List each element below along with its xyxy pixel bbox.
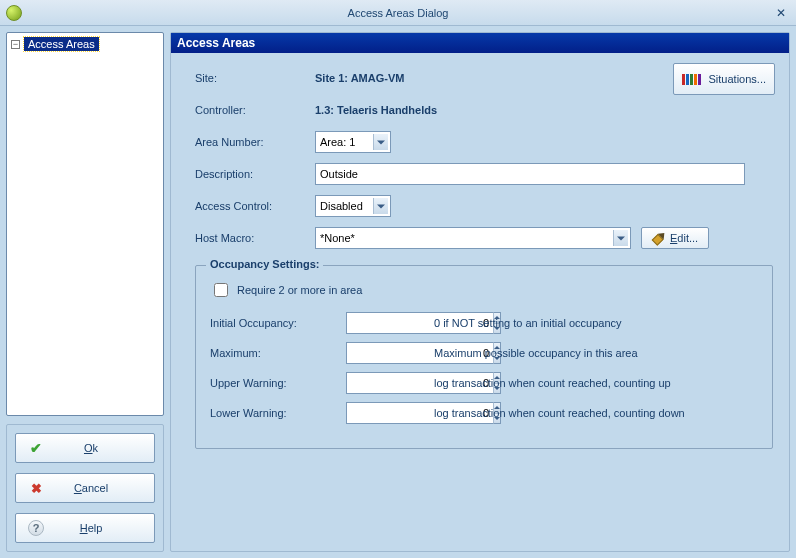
pencil-icon	[650, 230, 667, 247]
occupancy-row-desc: Maximum possible occupancy in this area	[434, 347, 638, 359]
situations-button-label: Situations...	[709, 73, 766, 85]
edit-button-label: Edit...	[670, 232, 698, 244]
title-bar: Access Areas Dialog ✕	[0, 0, 796, 26]
section-header: Access Areas	[171, 33, 789, 53]
tree-item-access-areas[interactable]: − Access Areas	[11, 37, 159, 51]
occupancy-row-desc: 0 if NOT setting to an initial occupancy	[434, 317, 622, 329]
occupancy-row-desc: log transaction when count reached, coun…	[434, 407, 685, 419]
form-area: Situations... Site: Site 1: AMAG-VM Cont…	[171, 53, 789, 465]
host-macro-value: *None*	[320, 232, 355, 244]
tree-panel: − Access Areas	[6, 32, 164, 416]
require-2-label: Require 2 or more in area	[237, 284, 362, 296]
situations-button[interactable]: Situations...	[673, 63, 775, 95]
app-icon	[6, 5, 22, 21]
tree-collapse-icon[interactable]: −	[11, 40, 20, 49]
occupancy-legend: Occupancy Settings:	[206, 258, 323, 270]
host-macro-label: Host Macro:	[195, 232, 315, 244]
occupancy-row-label: Maximum:	[210, 347, 346, 359]
cancel-button[interactable]: Cancel	[15, 473, 155, 503]
occupancy-row-desc: log transaction when count reached, coun…	[434, 377, 671, 389]
chevron-down-icon	[377, 204, 385, 208]
occupancy-row: Lower Warning:log transaction when count…	[210, 402, 758, 424]
controller-label: Controller:	[195, 104, 315, 116]
occupancy-spinner[interactable]	[346, 372, 414, 394]
controller-value: 1.3: Telaeris Handhelds	[315, 104, 437, 116]
area-number-label: Area Number:	[195, 136, 315, 148]
occupancy-row-label: Lower Warning:	[210, 407, 346, 419]
occupancy-row-label: Initial Occupancy:	[210, 317, 346, 329]
occupancy-spinner[interactable]	[346, 402, 414, 424]
occupancy-row: Initial Occupancy:0 if NOT setting to an…	[210, 312, 758, 334]
description-input[interactable]	[315, 163, 745, 185]
require-2-checkbox[interactable]	[214, 283, 228, 297]
access-control-value: Disabled	[320, 200, 363, 212]
cancel-button-label: Cancel	[40, 482, 142, 494]
access-control-select[interactable]: Disabled	[315, 195, 391, 217]
occupancy-fieldset: Occupancy Settings: Require 2 or more in…	[195, 265, 773, 449]
occupancy-spinner[interactable]	[346, 312, 414, 334]
edit-button[interactable]: Edit...	[641, 227, 709, 249]
area-number-select[interactable]: Area: 1	[315, 131, 391, 153]
help-button[interactable]: Help	[15, 513, 155, 543]
window-title: Access Areas Dialog	[0, 7, 796, 19]
occupancy-row-label: Upper Warning:	[210, 377, 346, 389]
chevron-down-icon	[377, 140, 385, 144]
situations-icon	[682, 74, 701, 85]
ok-button-label: Ok	[40, 442, 142, 454]
area-number-value: Area: 1	[320, 136, 355, 148]
ok-button[interactable]: Ok	[15, 433, 155, 463]
description-label: Description:	[195, 168, 315, 180]
access-control-label: Access Control:	[195, 200, 315, 212]
help-button-label: Help	[40, 522, 142, 534]
chevron-down-icon	[617, 236, 625, 240]
host-macro-select[interactable]: *None*	[315, 227, 631, 249]
occupancy-spinner[interactable]	[346, 342, 414, 364]
tree-item-label: Access Areas	[24, 37, 99, 51]
site-value: Site 1: AMAG-VM	[315, 72, 404, 84]
occupancy-row: Maximum:Maximum possible occupancy in th…	[210, 342, 758, 364]
dialog-buttons: Ok Cancel Help	[6, 424, 164, 552]
close-icon[interactable]: ✕	[772, 4, 790, 22]
occupancy-row: Upper Warning:log transaction when count…	[210, 372, 758, 394]
site-label: Site:	[195, 72, 315, 84]
